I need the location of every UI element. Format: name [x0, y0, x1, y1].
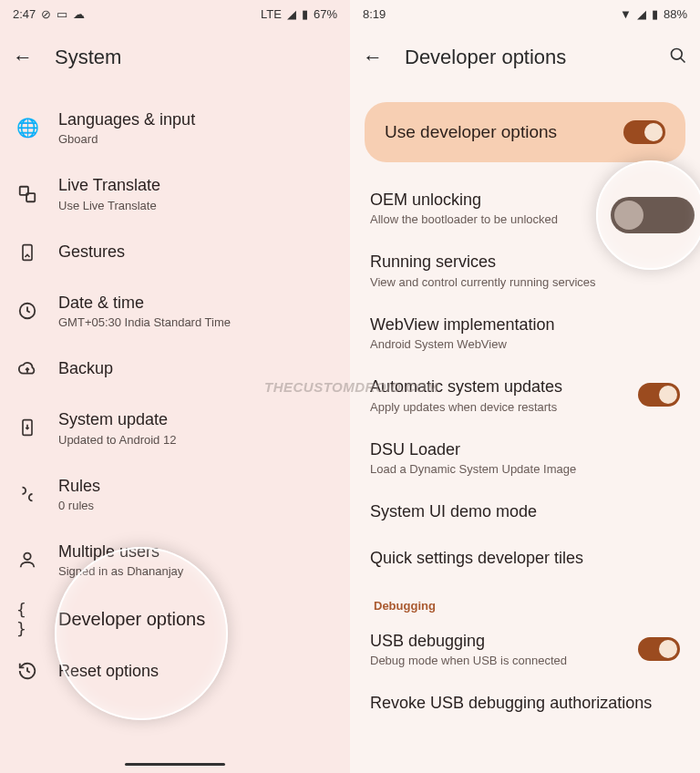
oem-unlocking-toggle[interactable]: [611, 197, 695, 233]
item-demo-mode[interactable]: System UI demo mode: [354, 489, 696, 535]
item-reset-options[interactable]: Reset options: [0, 645, 350, 696]
svg-rect-2: [23, 244, 32, 260]
back-button[interactable]: ←: [13, 46, 33, 69]
item-date-time[interactable]: Date & time GMT+05:30 India Standard Tim…: [0, 278, 350, 344]
item-sub: Apply updates when device restarts: [370, 400, 623, 414]
item-title: System UI demo mode: [370, 501, 680, 522]
page-title: Developer options: [405, 46, 647, 69]
item-title: Rules: [58, 476, 334, 497]
item-sub: Android System WebView: [370, 337, 680, 351]
item-title: DSU Loader: [370, 439, 680, 460]
item-multiple-users[interactable]: Multiple users Signed in as Dhananjay: [0, 527, 350, 593]
toggle-label: Use developer options: [385, 122, 557, 142]
page-title: System: [55, 46, 337, 69]
status-time: 8:19: [363, 7, 386, 21]
notif-icon: ▭: [57, 7, 67, 21]
user-icon: [16, 549, 38, 571]
item-usb-debugging[interactable]: USB debugging Debug mode when USB is con…: [354, 618, 696, 680]
item-title: System update: [58, 409, 334, 430]
item-title: Live Translate: [58, 175, 334, 196]
item-sub: Load a Dynamic System Update Image: [370, 462, 680, 476]
status-bar: 8:19 ▼ ◢ ▮ 88%: [350, 0, 700, 27]
item-system-update[interactable]: System update Updated to Android 12: [0, 395, 350, 460]
phone-swipe-icon: [16, 242, 38, 263]
item-sub: Updated to Android 12: [58, 433, 334, 447]
settings-list: 🌐 Languages & input Gboard Live Translat…: [0, 88, 350, 696]
item-title: Automatic system updates: [370, 376, 623, 397]
braces-icon: { }: [16, 608, 38, 630]
signal-icon: ◢: [287, 7, 296, 21]
auto-updates-toggle[interactable]: [638, 383, 680, 407]
item-title: Reset options: [58, 661, 334, 682]
usb-debugging-toggle[interactable]: [638, 637, 680, 661]
item-title: Quick settings developer tiles: [370, 548, 680, 569]
battery-pct: 67%: [314, 7, 337, 21]
use-developer-options-card[interactable]: Use developer options: [365, 102, 685, 162]
svg-point-6: [672, 48, 683, 59]
item-backup[interactable]: Backup: [0, 344, 350, 395]
item-running-services[interactable]: Running services View and control curren…: [354, 239, 696, 301]
item-sub: Debug mode when USB is connected: [370, 654, 623, 667]
signal-icon: ◢: [637, 7, 646, 21]
dev-options-list: OEM unlocking Allow the bootloader to be…: [350, 177, 700, 727]
cloud-icon: ☁: [73, 7, 85, 21]
header: ← System: [0, 27, 350, 88]
history-icon: [16, 660, 38, 682]
header: ← Developer options: [350, 27, 700, 88]
network-label: LTE: [261, 7, 282, 21]
item-title: Running services: [370, 252, 680, 273]
section-debugging: Debugging: [354, 582, 696, 618]
item-developer-options[interactable]: { } Developer options: [0, 593, 350, 645]
item-gestures[interactable]: Gestures: [0, 227, 350, 278]
svg-point-5: [24, 553, 30, 560]
use-developer-options-toggle[interactable]: [623, 120, 665, 144]
item-title: Revoke USB debugging authorizations: [370, 693, 680, 714]
item-live-translate[interactable]: Live Translate Use Live Translate: [0, 160, 350, 226]
item-sub: GMT+05:30 India Standard Time: [58, 315, 334, 329]
item-languages[interactable]: 🌐 Languages & input Gboard: [0, 95, 350, 160]
item-title: WebView implementation: [370, 314, 680, 335]
item-title: USB debugging: [370, 631, 623, 652]
item-title: Backup: [58, 358, 334, 379]
item-dsu-loader[interactable]: DSU Loader Load a Dynamic System Update …: [354, 427, 696, 489]
item-quick-tiles[interactable]: Quick settings developer tiles: [354, 535, 696, 582]
translate-icon: [16, 183, 38, 205]
dnd-icon: ⊘: [41, 7, 51, 21]
phone-right: 8:19 ▼ ◢ ▮ 88% ← Developer options Use d…: [350, 0, 700, 773]
cloud-up-icon: [16, 358, 38, 380]
status-bar: 2:47 ⊘ ▭ ☁ LTE ◢ ▮ 67%: [0, 0, 350, 27]
item-sub: Use Live Translate: [58, 199, 334, 212]
item-rules[interactable]: Rules 0 rules: [0, 461, 350, 527]
globe-icon: 🌐: [16, 117, 38, 139]
search-button[interactable]: [669, 46, 687, 69]
clock-icon: [16, 300, 38, 322]
item-title: Date & time: [58, 293, 334, 314]
item-webview[interactable]: WebView implementation Android System We…: [354, 302, 696, 364]
item-sub: 0 rules: [58, 499, 334, 512]
item-auto-updates[interactable]: Automatic system updates Apply updates w…: [354, 364, 696, 426]
phone-left: 2:47 ⊘ ▭ ☁ LTE ◢ ▮ 67% ← System 🌐 Langua…: [0, 0, 350, 773]
item-sub: View and control currently running servi…: [370, 275, 680, 289]
item-revoke-usb[interactable]: Revoke USB debugging authorizations: [354, 680, 696, 727]
battery-icon: ▮: [652, 7, 658, 21]
item-title: Multiple users: [58, 541, 334, 562]
status-time: 2:47: [13, 7, 36, 21]
battery-icon: ▮: [302, 7, 308, 21]
item-sub: Signed in as Dhananjay: [58, 564, 334, 578]
nav-indicator: [125, 763, 225, 766]
phone-down-icon: [16, 417, 38, 438]
item-title: Languages & input: [58, 109, 334, 130]
back-button[interactable]: ←: [363, 46, 383, 69]
item-title: Developer options: [58, 607, 334, 631]
item-sub: Gboard: [58, 132, 334, 146]
item-title: Gestures: [58, 242, 334, 263]
battery-pct: 88%: [664, 7, 687, 21]
rules-icon: [16, 483, 38, 505]
wifi-icon: ▼: [620, 7, 632, 21]
